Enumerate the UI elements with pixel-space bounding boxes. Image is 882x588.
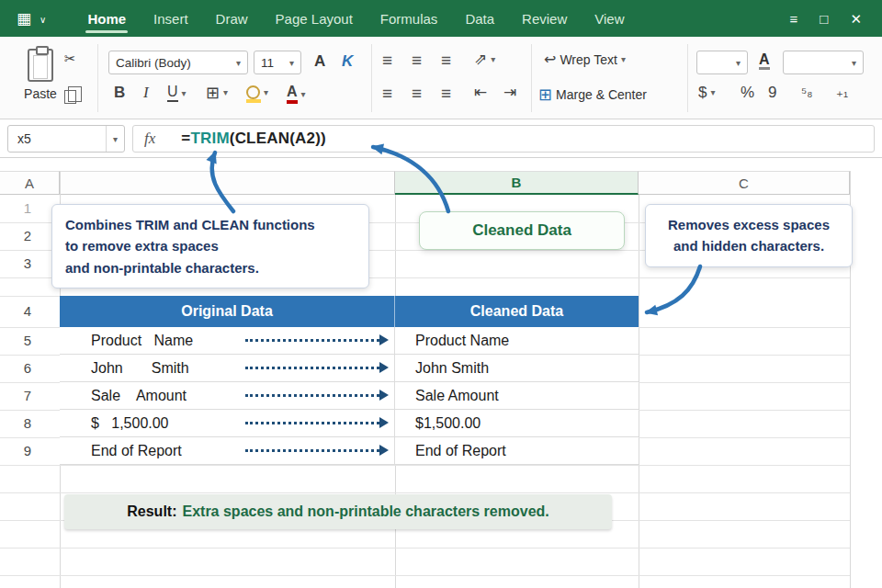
table-row: Sale Amount Sale Amount [60, 382, 639, 410]
row-header-1[interactable]: 1 [0, 199, 55, 218]
font-name-select[interactable]: Calibri (Body) ▾ [108, 51, 248, 74]
font-name-value: Calibri (Body) [116, 56, 191, 70]
orientation-icon: ⇗ [474, 51, 487, 67]
decrease-font-button[interactable]: K [342, 53, 353, 69]
cleaned-cell[interactable]: Sale Amount [395, 382, 639, 409]
decrease-decimal-icon: ₊₁ [836, 85, 848, 98]
callout-cleaned-data: Cleaned Data [419, 211, 625, 250]
column-header-a-label: A [25, 175, 34, 191]
dotted-arrow-head-icon [379, 390, 389, 401]
row-header-4[interactable]: 4 [0, 302, 55, 321]
merge-center-button[interactable]: ⊞ Marge & Center [538, 86, 647, 103]
cleaned-cell[interactable]: Product Name [395, 327, 639, 354]
clipboard-icon [28, 49, 53, 82]
percent-format-button[interactable]: % [741, 85, 754, 100]
column-header-blank[interactable] [60, 171, 395, 195]
underline-button[interactable]: U▾ [167, 85, 187, 102]
callout-text: and [169, 217, 201, 232]
italic-button[interactable]: I [143, 85, 149, 100]
align-bottom-button[interactable]: ≡ [441, 51, 451, 69]
increase-decimal-button[interactable]: ⁵₈ [801, 85, 812, 98]
tab-page-layout[interactable]: Page Layout [262, 0, 367, 37]
number-format-dropdown-icon-2: ▾ [846, 58, 856, 68]
comma-format-button[interactable]: 9 [768, 85, 776, 100]
font-color-button[interactable]: A▾ [287, 85, 306, 104]
text-orientation-button[interactable]: ⇗▾ [474, 51, 495, 67]
row-header-2[interactable]: 2 [0, 227, 55, 245]
cleaned-cell[interactable]: $1,500.00 [395, 410, 639, 436]
tab-view[interactable]: View [581, 0, 638, 37]
menu-icon[interactable]: ≡ [790, 12, 798, 26]
wrap-text-label: Wrep Text [560, 53, 617, 66]
name-box[interactable]: x5 ▾ [7, 125, 125, 153]
copy-icon [64, 90, 76, 104]
row-header-5[interactable]: 5 [0, 332, 55, 350]
cut-button[interactable]: ✂ [64, 51, 76, 65]
wrap-text-dropdown-icon: ▾ [621, 55, 626, 64]
number-format-select[interactable]: ▾ [696, 51, 748, 74]
wrap-text-icon: ↩ [544, 52, 556, 67]
cleaned-cell[interactable]: End of Report [395, 437, 639, 464]
font-size-select[interactable]: 11 ▾ [254, 51, 301, 74]
callout-removes-spaces: Removes excess spaces and hidden charact… [645, 204, 853, 267]
number-format-select-2[interactable]: ▾ [783, 51, 864, 74]
dotted-arrow-line [245, 339, 379, 342]
ribbon-tabs: Home Insert Draw Page Layout Formulas Da… [74, 0, 638, 37]
chevron-down-icon[interactable]: ∨ [40, 16, 46, 25]
toolbar-separator [531, 44, 532, 112]
table-row: $ 1,500.00 $1,500.00 [60, 410, 639, 437]
tab-view-label: View [594, 11, 624, 27]
increase-font-button[interactable]: A [314, 53, 325, 69]
font-color-dropdown-icon: ▾ [301, 90, 306, 99]
formula-text[interactable]: =TRIM(CLEAN(A2)) [181, 130, 326, 148]
column-header-b-selected[interactable]: B [395, 171, 639, 195]
tab-review[interactable]: Review [508, 0, 581, 37]
row-header-7[interactable]: 7 [0, 387, 55, 405]
currency-format-button[interactable]: $▾ [698, 85, 716, 100]
paste-button[interactable]: Paste [22, 49, 59, 101]
row-header-8[interactable]: 8 [0, 414, 55, 433]
row-header-9[interactable]: 9 [0, 442, 55, 460]
result-banner: Result: Extra spaces and non-printable c… [64, 494, 612, 529]
toolbar-separator [371, 44, 372, 112]
row-header-3[interactable]: 3 [0, 254, 55, 273]
decrease-decimal-button[interactable]: ₊₁ [836, 85, 848, 98]
restore-window-icon[interactable]: □ [820, 12, 828, 26]
tab-home[interactable]: Home [74, 0, 140, 37]
column-header-a[interactable]: A [0, 171, 60, 195]
number-format-dropdown-icon: ▾ [730, 58, 741, 68]
tab-insert[interactable]: Insert [140, 0, 202, 37]
app-grid-icon[interactable]: ▦ [17, 11, 31, 27]
dotted-arrow-line [245, 449, 379, 452]
bold-button[interactable]: B [114, 85, 125, 100]
result-text: Extra spaces and non-printable character… [182, 503, 548, 520]
original-data-header: Original Data [60, 296, 395, 327]
tab-home-label: Home [87, 11, 126, 27]
fill-color-button[interactable]: ▾ [246, 85, 268, 99]
number-style-button[interactable]: A [759, 52, 770, 70]
wrap-text-button[interactable]: ↩ Wrep Text ▾ [544, 52, 626, 67]
align-top-button[interactable]: ≡ [382, 51, 392, 69]
tab-formulas[interactable]: Formulas [367, 0, 452, 37]
tab-data[interactable]: Data [451, 0, 508, 37]
close-icon[interactable]: ✕ [850, 12, 862, 26]
decrease-indent-button[interactable]: ⇤ [474, 85, 487, 100]
fill-color-icon [246, 85, 260, 99]
row-header-6[interactable]: 6 [0, 359, 55, 378]
callout-text-line2: and hidden characters. [651, 235, 846, 256]
align-center-button[interactable]: ≡ [412, 85, 422, 102]
align-left-button[interactable]: ≡ [382, 85, 392, 102]
copy-button[interactable] [64, 90, 76, 104]
align-middle-button[interactable]: ≡ [412, 51, 422, 69]
table-row: John Smith John Smith [60, 355, 639, 382]
column-header-c[interactable]: C [639, 171, 850, 195]
dotted-arrow-line [245, 422, 379, 424]
callout-text-line3: and non-printable characters. [65, 257, 356, 278]
formula-input[interactable]: fx =TRIM(CLEAN(A2)) [132, 125, 875, 153]
align-right-button[interactable]: ≡ [441, 85, 451, 102]
increase-indent-button[interactable]: ⇥ [503, 85, 516, 100]
tab-draw[interactable]: Draw [202, 0, 262, 37]
paste-label: Paste [22, 86, 59, 101]
borders-button[interactable]: ⊞▾ [206, 85, 228, 101]
cleaned-cell[interactable]: John Smith [395, 355, 639, 381]
